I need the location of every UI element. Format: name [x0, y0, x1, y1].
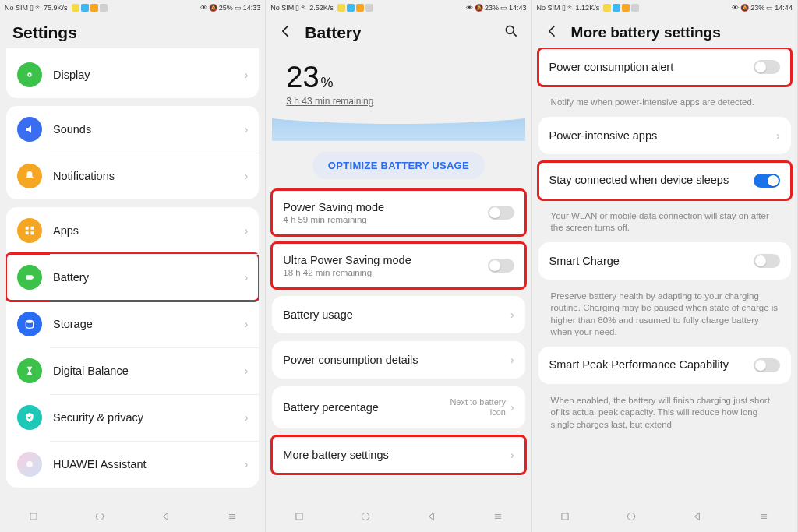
status-battery-pct: 25% — [219, 4, 233, 12]
settings-item-security[interactable]: Security & privacy › — [6, 394, 259, 441]
label: Apps — [53, 224, 240, 237]
card: Power Saving mode 4 h 59 min remaining — [272, 190, 524, 235]
row-more-battery-settings[interactable]: More battery settings › — [272, 436, 524, 474]
nav-back-icon[interactable] — [426, 511, 437, 525]
card: Power-intensive apps › — [538, 117, 791, 154]
nav-home-icon[interactable] — [94, 511, 105, 525]
sound-icon — [17, 117, 42, 142]
hourglass-icon — [17, 358, 42, 383]
chevron-right-icon: › — [245, 318, 249, 330]
nav-home-icon[interactable] — [626, 511, 637, 525]
nav-recent-icon[interactable] — [294, 511, 305, 525]
settings-item-battery[interactable]: Battery › — [6, 254, 259, 301]
settings-item-sounds[interactable]: Sounds › — [6, 106, 259, 153]
nav-recent-icon[interactable] — [560, 511, 570, 525]
row-battery-usage[interactable]: Battery usage › — [272, 296, 524, 333]
wave-graphic — [272, 111, 524, 141]
nav-back-icon[interactable] — [161, 511, 171, 525]
row-power-consumption-alert[interactable]: Power consumption alert — [538, 48, 791, 86]
row-power-saving-mode[interactable]: Power Saving mode 4 h 59 min remaining — [272, 190, 524, 235]
label: Battery percentage — [283, 401, 443, 414]
percent-value: 23 — [286, 61, 319, 94]
svg-rect-2 — [26, 227, 29, 230]
settings-item-apps[interactable]: Apps › — [6, 207, 259, 254]
battery-content[interactable]: 23% 3 h 43 min remaining OPTIMIZE BATTER… — [266, 48, 531, 504]
chevron-right-icon: › — [245, 271, 249, 284]
nav-home-icon[interactable] — [360, 511, 371, 525]
nav-recent-icon[interactable] — [28, 511, 39, 525]
battery-icon: ▭ — [766, 4, 773, 12]
optimize-button[interactable]: OPTIMIZE BATTERY USAGE — [312, 152, 485, 179]
eye-off-icon: 👁 — [200, 4, 207, 12]
row-power-consumption-details[interactable]: Power consumption details › — [272, 341, 524, 379]
row-ultra-power-saving[interactable]: Ultra Power Saving mode 18 h 42 min rema… — [272, 243, 524, 288]
row-smart-charge[interactable]: Smart Charge — [538, 242, 791, 280]
toggle[interactable] — [754, 174, 780, 188]
label: Display — [53, 69, 240, 81]
nav-bar — [0, 504, 265, 532]
grid-icon — [17, 218, 42, 243]
row-stay-connected[interactable]: Stay connected when device sleeps — [538, 162, 791, 199]
settings-item-display[interactable]: Display › — [6, 51, 259, 98]
header: More battery settings — [532, 16, 797, 48]
card: Sounds › Notifications › — [6, 106, 259, 199]
label: More battery settings — [283, 449, 506, 461]
nav-drawer-icon[interactable] — [227, 511, 238, 525]
mute-icon: 🔕 — [740, 4, 749, 12]
battery-hero: 23% 3 h 43 min remaining — [272, 48, 524, 141]
settings-item-storage[interactable]: Storage › — [6, 301, 259, 347]
row-power-intensive-apps[interactable]: Power-intensive apps › — [538, 117, 791, 154]
chevron-right-icon: › — [510, 354, 514, 366]
card: Apps › Battery › Storage › — [6, 207, 259, 488]
back-button[interactable] — [545, 23, 560, 42]
status-app-icons — [603, 4, 639, 12]
help-text: When enabled, the battery will finish ch… — [538, 392, 791, 432]
label: Power consumption alert — [549, 61, 754, 73]
chevron-right-icon: › — [245, 69, 249, 81]
toggle[interactable] — [754, 358, 780, 372]
svg-point-12 — [506, 26, 514, 33]
card: More battery settings › — [272, 436, 524, 474]
back-button[interactable] — [278, 23, 294, 42]
status-bar: No SIM ▯ ᯤ 75.9K/s 👁 🔕 25% ▭ 14:33 — [0, 0, 265, 16]
status-rate: 1.12K/s — [576, 4, 600, 12]
toggle[interactable] — [754, 60, 780, 74]
nav-back-icon[interactable] — [692, 511, 703, 525]
nav-drawer-icon[interactable] — [493, 511, 503, 525]
sublabel: 4 h 59 min remaining — [283, 215, 487, 224]
sim-icon: ▯ — [30, 4, 34, 12]
screen-settings: No SIM ▯ ᯤ 75.9K/s 👁 🔕 25% ▭ 14:33 Setti… — [0, 0, 266, 532]
label: Battery — [53, 271, 240, 284]
settings-item-huawei-assistant[interactable]: HUAWEI Assistant › — [6, 441, 259, 488]
status-carrier: No SIM — [5, 4, 28, 12]
search-button[interactable] — [503, 23, 519, 42]
row-smart-peak-performance[interactable]: Smart Peak Performance Capability — [538, 347, 791, 384]
row-battery-percentage[interactable]: Battery percentage Next to battery icon … — [272, 386, 524, 428]
help-text: Preserve battery health by adapting to y… — [538, 287, 791, 347]
chevron-right-icon: › — [245, 458, 249, 470]
percent-sign: % — [321, 75, 334, 91]
wifi-icon: ᯤ — [301, 4, 308, 12]
svg-rect-4 — [26, 231, 29, 234]
toggle[interactable] — [754, 254, 780, 268]
nav-drawer-icon[interactable] — [758, 511, 769, 525]
assistant-icon — [17, 452, 42, 477]
mute-icon: 🔕 — [475, 4, 483, 12]
chevron-right-icon: › — [776, 129, 780, 142]
battery-remaining[interactable]: 3 h 43 min remaining — [286, 96, 510, 107]
card: Battery usage › — [272, 296, 524, 333]
svg-point-14 — [362, 513, 369, 520]
svg-rect-13 — [296, 513, 302, 520]
more-settings-content[interactable]: Power consumption alert Notify me when p… — [532, 48, 797, 504]
card: Smart Peak Performance Capability — [538, 347, 791, 384]
settings-item-digital-balance[interactable]: Digital Balance › — [6, 347, 259, 394]
settings-list[interactable]: Display › Sounds › Notifications › — [0, 48, 265, 504]
chevron-right-icon: › — [245, 224, 249, 237]
chevron-right-icon: › — [245, 170, 249, 182]
value-text: Next to battery icon — [443, 397, 506, 417]
settings-item-notifications[interactable]: Notifications › — [6, 153, 259, 199]
battery-percent: 23% — [286, 61, 510, 94]
label: Smart Peak Performance Capability — [549, 358, 754, 372]
toggle[interactable] — [488, 259, 514, 273]
toggle[interactable] — [488, 206, 514, 220]
